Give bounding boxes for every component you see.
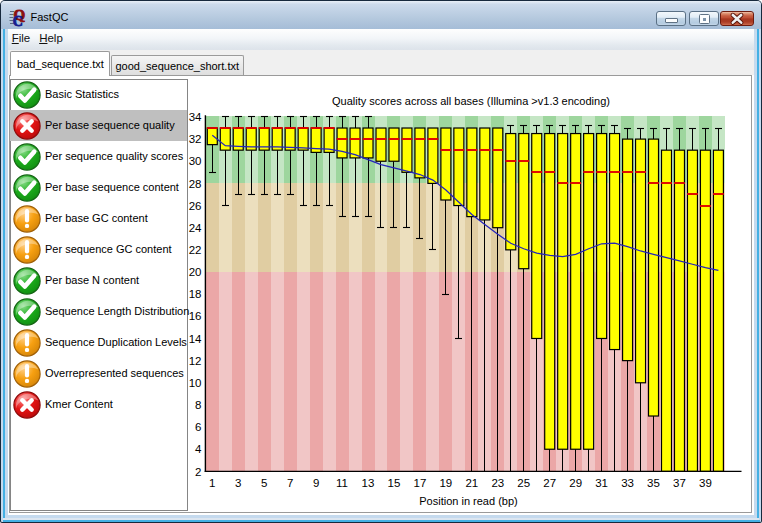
svg-text:Quality scores across all base: Quality scores across all bases (Illumin… bbox=[332, 95, 610, 107]
svg-text:30: 30 bbox=[189, 155, 202, 167]
svg-text:22: 22 bbox=[189, 244, 202, 256]
svg-text:33: 33 bbox=[621, 477, 634, 489]
svg-text:17: 17 bbox=[414, 477, 427, 489]
svg-text:24: 24 bbox=[189, 222, 202, 234]
svg-text:15: 15 bbox=[388, 477, 401, 489]
svg-text:26: 26 bbox=[189, 200, 202, 212]
svg-text:28: 28 bbox=[189, 178, 202, 190]
svg-text:29: 29 bbox=[569, 477, 582, 489]
svg-text:4: 4 bbox=[195, 443, 202, 455]
svg-text:2: 2 bbox=[195, 466, 201, 478]
svg-text:25: 25 bbox=[517, 477, 530, 489]
svg-text:21: 21 bbox=[465, 477, 478, 489]
svg-text:1: 1 bbox=[209, 477, 215, 489]
svg-text:20: 20 bbox=[189, 266, 202, 278]
svg-text:34: 34 bbox=[189, 111, 202, 123]
svg-text:11: 11 bbox=[336, 477, 348, 489]
svg-text:Position in read (bp): Position in read (bp) bbox=[419, 495, 517, 507]
svg-text:23: 23 bbox=[491, 477, 504, 489]
svg-text:37: 37 bbox=[673, 477, 686, 489]
svg-text:27: 27 bbox=[543, 477, 556, 489]
svg-text:13: 13 bbox=[362, 477, 375, 489]
svg-text:31: 31 bbox=[595, 477, 608, 489]
svg-text:8: 8 bbox=[195, 399, 201, 411]
svg-text:32: 32 bbox=[189, 133, 202, 145]
svg-text:35: 35 bbox=[647, 477, 660, 489]
svg-text:6: 6 bbox=[195, 421, 201, 433]
svg-text:7: 7 bbox=[287, 477, 293, 489]
svg-text:5: 5 bbox=[261, 477, 267, 489]
svg-text:3: 3 bbox=[235, 477, 241, 489]
svg-text:C: C bbox=[13, 14, 23, 28]
svg-text:18: 18 bbox=[189, 288, 202, 300]
svg-text:9: 9 bbox=[313, 477, 319, 489]
svg-text:12: 12 bbox=[189, 355, 202, 367]
svg-text:14: 14 bbox=[189, 333, 202, 345]
svg-text:10: 10 bbox=[189, 377, 202, 389]
svg-text:16: 16 bbox=[189, 310, 202, 322]
svg-text:19: 19 bbox=[439, 477, 452, 489]
svg-text:39: 39 bbox=[699, 477, 712, 489]
